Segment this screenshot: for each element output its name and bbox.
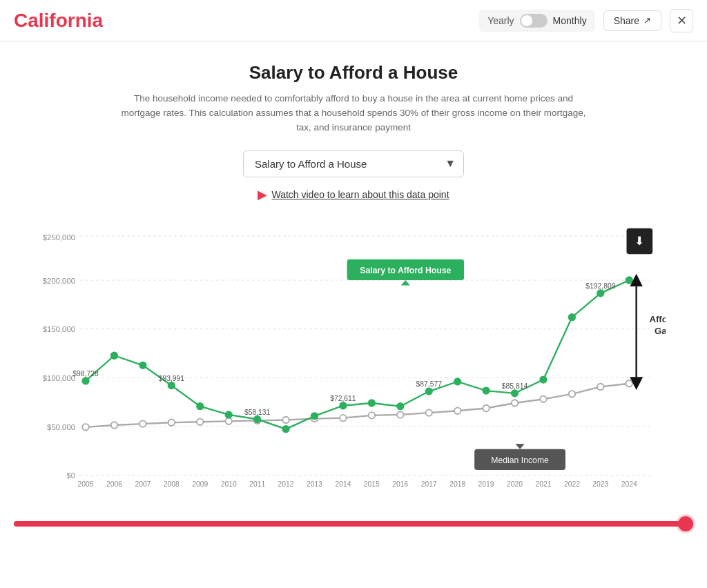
svg-text:2018: 2018 (449, 480, 465, 488)
svg-marker-84 (515, 444, 524, 449)
svg-text:$50,000: $50,000 (47, 422, 75, 431)
svg-point-16 (197, 418, 203, 424)
video-link[interactable]: Watch video to learn about this data poi… (271, 189, 449, 200)
svg-point-22 (369, 412, 375, 418)
share-button[interactable]: Share ↗ (603, 10, 661, 31)
header-controls: Yearly Monthly Share ↗ ✕ (479, 9, 693, 32)
svg-text:2017: 2017 (421, 480, 437, 488)
svg-text:2015: 2015 (364, 480, 380, 488)
svg-point-26 (483, 405, 489, 411)
svg-point-15 (168, 419, 175, 425)
svg-point-13 (111, 422, 117, 428)
svg-text:$58,131: $58,131 (244, 409, 271, 416)
svg-point-46 (483, 387, 489, 393)
header: California Yearly Monthly Share ↗ ✕ (0, 0, 707, 41)
svg-point-19 (282, 417, 289, 423)
svg-text:2011: 2011 (249, 480, 265, 488)
svg-point-36 (197, 403, 203, 409)
svg-point-34 (139, 362, 146, 368)
svg-text:2007: 2007 (135, 480, 151, 488)
svg-text:2012: 2012 (278, 480, 294, 488)
svg-text:$150,000: $150,000 (43, 325, 75, 333)
svg-point-49 (569, 314, 575, 320)
chart-svg: $0 $50,000 $100,000 $150,000 $200,000 $2… (41, 213, 666, 503)
svg-point-35 (168, 382, 175, 389)
period-toggle[interactable]: Yearly Monthly (479, 10, 594, 32)
svg-point-17 (225, 418, 231, 424)
yearly-label: Yearly (487, 15, 514, 26)
svg-point-51 (626, 277, 632, 283)
svg-text:Gap: Gap (655, 326, 666, 336)
svg-text:$200,000: $200,000 (43, 276, 75, 284)
share-icon: ↗ (643, 15, 651, 26)
svg-text:2014: 2014 (335, 480, 351, 488)
svg-text:$93,991: $93,991 (159, 375, 185, 382)
svg-point-47 (512, 390, 518, 396)
svg-point-27 (512, 400, 518, 406)
page-title: California (14, 10, 103, 32)
svg-point-43 (397, 403, 403, 409)
metric-dropdown[interactable]: Salary to Afford a House (243, 150, 464, 177)
svg-point-44 (426, 388, 432, 394)
svg-point-28 (540, 395, 546, 402)
toggle-switch[interactable] (520, 14, 548, 28)
svg-text:$85,814: $85,814 (502, 382, 528, 390)
svg-text:$0: $0 (66, 471, 75, 480)
svg-text:2023: 2023 (592, 480, 608, 488)
main-content: Salary to Afford a House The household i… (0, 41, 707, 510)
chart-area: $0 $50,000 $100,000 $150,000 $200,000 $2… (41, 213, 666, 503)
svg-point-30 (597, 383, 603, 389)
monthly-label: Monthly (553, 15, 587, 26)
svg-point-25 (454, 407, 461, 413)
svg-point-29 (569, 391, 575, 397)
svg-text:2013: 2013 (307, 480, 322, 488)
svg-point-41 (340, 402, 346, 409)
svg-text:$100,000: $100,000 (43, 374, 75, 382)
dropdown-container: Salary to Afford a House ▼ (41, 150, 666, 177)
svg-point-45 (454, 378, 461, 384)
svg-point-31 (626, 380, 632, 386)
svg-text:$250,000: $250,000 (43, 233, 75, 241)
video-link-container: ▶ Watch video to learn about this data p… (41, 187, 666, 202)
slider-container (0, 510, 707, 536)
svg-point-12 (82, 424, 88, 430)
svg-point-37 (225, 411, 231, 418)
svg-point-42 (369, 400, 375, 406)
svg-text:2020: 2020 (507, 480, 523, 488)
svg-text:⬇: ⬇ (635, 235, 644, 248)
close-icon: ✕ (677, 13, 687, 28)
svg-text:2019: 2019 (478, 480, 494, 488)
svg-text:2005: 2005 (78, 480, 94, 488)
chart-title: Salary to Afford a House (41, 62, 666, 84)
svg-point-24 (426, 409, 432, 415)
chart-description: The household income needed to comfortab… (119, 92, 588, 135)
svg-text:2006: 2006 (106, 480, 122, 488)
svg-point-14 (139, 420, 146, 427)
svg-point-50 (597, 290, 603, 296)
svg-point-38 (254, 416, 260, 422)
metric-dropdown-wrapper: Salary to Afford a House ▼ (243, 150, 464, 177)
svg-point-39 (282, 426, 289, 432)
svg-text:$98,728: $98,728 (72, 370, 99, 378)
svg-text:2024: 2024 (621, 480, 637, 488)
svg-text:2010: 2010 (221, 480, 237, 488)
svg-marker-80 (401, 280, 410, 286)
timeline-slider[interactable] (14, 521, 693, 527)
svg-text:2009: 2009 (192, 480, 208, 488)
share-label: Share (614, 15, 639, 26)
svg-point-21 (340, 415, 346, 421)
svg-text:$192,809: $192,809 (585, 282, 615, 290)
svg-text:Affordability: Affordability (649, 314, 666, 324)
svg-point-32 (82, 378, 88, 384)
svg-point-48 (540, 376, 546, 382)
video-play-icon: ▶ (258, 187, 267, 202)
svg-point-40 (311, 413, 318, 419)
svg-text:2022: 2022 (564, 480, 580, 488)
svg-point-33 (111, 352, 117, 358)
svg-text:2016: 2016 (392, 480, 408, 488)
svg-text:$72,611: $72,611 (330, 395, 356, 402)
close-button[interactable]: ✕ (670, 9, 693, 32)
svg-text:$87,577: $87,577 (416, 380, 443, 388)
svg-text:2008: 2008 (164, 480, 180, 488)
svg-point-23 (397, 411, 403, 418)
